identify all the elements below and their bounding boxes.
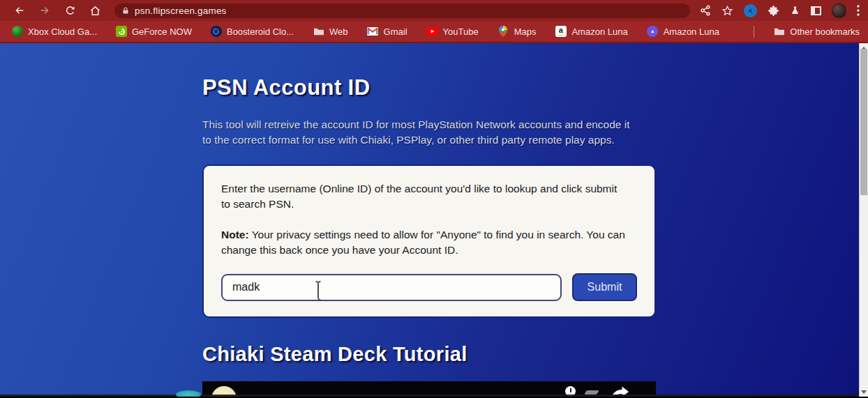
reload-icon — [64, 5, 76, 17]
bookmark-label: Boosteroid Clo... — [227, 26, 294, 37]
browser-menu-button[interactable] — [857, 5, 860, 16]
share-icon — [700, 5, 711, 16]
teal-dock-peek — [176, 390, 201, 397]
puzzle-icon — [768, 5, 779, 17]
side-panel-icon — [811, 6, 821, 15]
bookmark-label: Gmail — [384, 26, 407, 37]
boosteroid-icon — [211, 26, 222, 37]
reload-button[interactable] — [62, 3, 77, 18]
bookmark-web-folder[interactable]: Web — [313, 26, 348, 38]
bookmark-amazon-luna-1[interactable]: a Amazon Luna — [555, 26, 627, 38]
back-button[interactable] — [12, 3, 27, 18]
share-button[interactable] — [700, 5, 711, 16]
forward-button[interactable] — [37, 3, 52, 18]
home-icon — [89, 5, 101, 17]
labs-button[interactable] — [790, 5, 800, 16]
star-icon — [721, 5, 733, 17]
folder-icon — [773, 26, 785, 38]
bookmark-maps[interactable]: Maps — [497, 26, 537, 38]
gmail-icon — [367, 26, 379, 38]
toolbar-icon-group — [700, 3, 862, 18]
lookup-card: Enter the username (Online ID) of the ac… — [202, 164, 656, 318]
address-bar[interactable]: psn.flipscreen.games — [114, 3, 690, 18]
home-button[interactable] — [87, 3, 103, 18]
tutorial-heading: Chiaki Steam Deck Tutorial — [202, 343, 656, 366]
profile-avatar[interactable] — [832, 3, 846, 18]
bookmark-amazon-luna-2[interactable]: ▲ Amazon Luna — [647, 26, 719, 38]
triangle-down-icon — [861, 390, 867, 394]
other-bookmarks-label: Other bookmarks — [790, 26, 860, 37]
flask-icon — [790, 5, 800, 16]
bookmark-xbox-cloud-gaming[interactable]: Xbox Cloud Ga... — [11, 26, 97, 38]
scrollbar[interactable] — [859, 43, 868, 397]
google-maps-icon — [497, 26, 509, 38]
lock-icon — [121, 6, 130, 15]
instruction-line: to search PSN. — [221, 197, 637, 212]
bookmark-label: GeForce NOW — [132, 26, 192, 37]
intro-line: to the correct format for use with Chiak… — [202, 132, 656, 148]
note-label: Note: — [221, 229, 249, 240]
youtube-icon — [426, 26, 438, 38]
side-panel-button[interactable] — [811, 6, 821, 15]
bookmarks-divider — [754, 26, 754, 38]
bookmark-label: Xbox Cloud Ga... — [28, 26, 97, 37]
bookmark-gmail[interactable]: Gmail — [367, 26, 407, 38]
bookmark-label: YouTube — [443, 26, 479, 37]
note-text: Note: Your privacy settings need to allo… — [221, 227, 637, 258]
geforce-now-icon — [116, 26, 127, 37]
extensions-button[interactable] — [768, 5, 779, 17]
amazon-icon: a — [555, 26, 567, 38]
bookmark-geforce-now[interactable]: GeForce NOW — [116, 26, 192, 37]
back-arrow-icon — [13, 5, 26, 16]
kebab-menu-icon — [857, 5, 860, 16]
folder-icon — [313, 26, 324, 38]
forward-arrow-icon — [38, 5, 51, 16]
bookmark-label: Amazon Luna — [571, 26, 627, 37]
url-text: psn.flipscreen.games — [135, 6, 227, 16]
bookmark-star-button[interactable] — [721, 5, 733, 17]
note-line: change this back once you have your Acco… — [221, 243, 637, 258]
page-viewport: PSN Account ID This tool will retreive t… — [0, 43, 868, 397]
instruction-line: Enter the username (Online ID) of the ac… — [221, 181, 637, 197]
scrollbar-thumb[interactable] — [860, 49, 867, 195]
bookmark-label: Web — [329, 26, 348, 37]
intro-text: This tool will retreive the account ID f… — [202, 117, 656, 147]
note-line: Note: Your privacy settings need to allo… — [221, 227, 637, 243]
amazon-luna-icon: ▲ — [647, 26, 659, 38]
scroll-down-button[interactable] — [860, 387, 868, 397]
submit-button[interactable]: Submit — [572, 273, 637, 301]
extension-play-button[interactable] — [744, 4, 757, 17]
bookmark-label: Maps — [514, 26, 537, 37]
bottom-edge-strip — [0, 395, 859, 397]
page-title: PSN Account ID — [202, 75, 656, 100]
username-input[interactable] — [221, 274, 562, 301]
bookmarks-bar: Xbox Cloud Ga... GeForce NOW Boosteroid … — [0, 21, 868, 43]
play-extension-icon — [747, 7, 754, 15]
bookmark-youtube[interactable]: YouTube — [426, 26, 479, 38]
lookup-form-row: Submit — [221, 273, 637, 301]
page-content: PSN Account ID This tool will retreive t… — [202, 43, 656, 397]
other-bookmarks-button[interactable]: Other bookmarks — [773, 26, 860, 38]
bookmark-boosteroid[interactable]: Boosteroid Clo... — [211, 26, 294, 37]
browser-toolbar: psn.flipscreen.games — [0, 0, 868, 21]
instruction-text: Enter the username (Online ID) of the ac… — [221, 181, 637, 212]
xbox-icon — [11, 26, 23, 38]
bookmark-label: Amazon Luna — [664, 26, 719, 37]
intro-line: This tool will retreive the account ID f… — [202, 117, 656, 132]
